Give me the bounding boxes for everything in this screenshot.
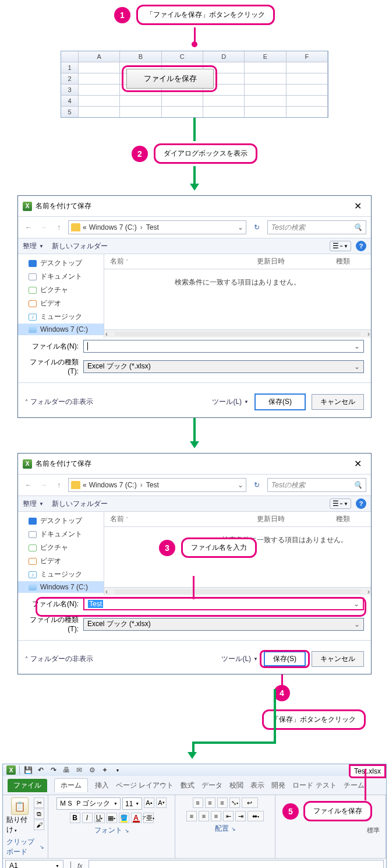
font-size-selector[interactable]: 11▼: [122, 797, 142, 810]
paste-icon[interactable]: 📋: [11, 797, 29, 815]
nav-up-icon[interactable]: ↑: [53, 222, 65, 233]
name-box[interactable]: A1▼: [5, 860, 63, 868]
help-icon[interactable]: ?: [356, 498, 366, 509]
tool-icon[interactable]: ⚙: [87, 765, 97, 775]
brush-icon[interactable]: 🖌: [34, 820, 44, 830]
view-mode-button[interactable]: ☰▪▪ ▼: [330, 241, 351, 251]
formula-bar[interactable]: [89, 860, 384, 868]
tree-music[interactable]: ♪ミュージック: [18, 568, 104, 581]
save-button[interactable]: 保存(S): [254, 393, 306, 410]
tab-home[interactable]: ホーム: [54, 778, 88, 792]
tab-dev[interactable]: 開発: [271, 781, 285, 790]
dec-font-icon[interactable]: A▾: [156, 797, 167, 808]
save-icon[interactable]: 💾: [23, 765, 33, 775]
fill-color-icon[interactable]: 🪣: [119, 813, 129, 823]
hide-folders-link[interactable]: ˄ フォルダーの非表示: [25, 397, 93, 407]
align-right-icon[interactable]: ≡: [211, 811, 221, 821]
align-bot-icon[interactable]: ≡: [217, 797, 228, 808]
align-mid-icon[interactable]: ≡: [205, 797, 215, 808]
cancel-button[interactable]: キャンセル: [312, 394, 364, 410]
col-type[interactable]: 種類: [330, 512, 371, 526]
orientation-icon[interactable]: ⤡▾: [229, 797, 240, 808]
dropdown-icon[interactable]: ▼: [113, 765, 122, 775]
indent-inc-icon[interactable]: ⇥: [235, 811, 246, 821]
refresh-icon[interactable]: ↻: [250, 478, 264, 492]
tree-music[interactable]: ♪ミュージック: [18, 310, 104, 324]
refresh-icon[interactable]: ↻: [250, 220, 264, 234]
tree-desktop[interactable]: デスクトップ: [18, 514, 104, 528]
tab-review[interactable]: 校閲: [229, 781, 243, 790]
filetype-combo[interactable]: Excel ブック (*.xlsx)⌄: [83, 360, 364, 373]
new-folder-button[interactable]: 新しいフォルダー: [52, 499, 108, 509]
font-color-icon[interactable]: A: [131, 813, 142, 823]
help-icon[interactable]: ?: [356, 241, 366, 251]
bold-icon[interactable]: B: [70, 813, 80, 823]
col-type[interactable]: 種類: [330, 254, 371, 269]
underline-icon[interactable]: U▾: [94, 813, 105, 823]
align-left-icon[interactable]: ≡: [186, 811, 197, 821]
indent-dec-icon[interactable]: ⇤: [223, 811, 234, 821]
undo-icon[interactable]: ↶: [36, 765, 45, 775]
nav-fwd-icon[interactable]: →: [38, 222, 49, 233]
folder-tree[interactable]: デスクトップ ドキュメント ピクチャ ビデオ ♪ミュージック Windows 7…: [18, 512, 104, 595]
font-selector[interactable]: ＭＳ Ｐゴシック▼: [56, 797, 121, 810]
cut-icon[interactable]: ✂: [34, 797, 44, 808]
breadcrumb[interactable]: « Windows 7 (C:) › Test ⌄: [68, 478, 246, 492]
tab-pagelayout[interactable]: ページ レイアウト: [116, 781, 174, 790]
organize-menu[interactable]: 整理 ▼: [23, 499, 44, 509]
tree-pictures[interactable]: ピクチャ: [18, 283, 104, 297]
search-input[interactable]: Testの検索 🔍: [267, 220, 366, 234]
col-date[interactable]: 更新日時: [251, 254, 330, 269]
tree-videos[interactable]: ビデオ: [18, 554, 104, 568]
wrap-icon[interactable]: ↩: [242, 797, 258, 808]
align-center-icon[interactable]: ≡: [199, 811, 209, 821]
chevron-down-icon[interactable]: ⌄: [238, 481, 243, 489]
merge-icon[interactable]: ⬌▾: [247, 811, 264, 821]
col-date[interactable]: 更新日時: [251, 512, 330, 526]
redo-icon[interactable]: ↷: [49, 765, 58, 775]
tab-insert[interactable]: 挿入: [95, 781, 109, 790]
tab-data[interactable]: データ: [201, 781, 222, 790]
scrollbar[interactable]: ‹›: [104, 587, 371, 595]
tools-menu[interactable]: ツール(L) ▼: [221, 654, 258, 664]
nav-back-icon[interactable]: ←: [23, 222, 34, 233]
tree-desktop[interactable]: デスクトップ: [18, 256, 104, 270]
cancel-button[interactable]: キャンセル: [312, 651, 364, 667]
paste-label[interactable]: 貼り付け ▾: [6, 815, 33, 835]
fx-icon[interactable]: fx: [74, 862, 86, 868]
tree-drive-c[interactable]: Windows 7 (C:): [18, 581, 104, 593]
filename-input[interactable]: ⌄: [83, 340, 364, 353]
tab-team[interactable]: チーム: [344, 781, 365, 790]
view-mode-button[interactable]: ☰▪▪ ▼: [330, 498, 351, 509]
mail-icon[interactable]: ✉: [75, 765, 84, 775]
tree-drive-c[interactable]: Windows 7 (C:): [18, 324, 104, 335]
tree-documents[interactable]: ドキュメント: [18, 270, 104, 283]
nav-fwd-icon[interactable]: →: [38, 479, 49, 491]
new-folder-button[interactable]: 新しいフォルダー: [52, 241, 108, 251]
print-icon[interactable]: 🖶: [62, 765, 71, 775]
breadcrumb[interactable]: « Windows 7 (C:) › Test ⌄: [68, 220, 246, 234]
tree-pictures[interactable]: ピクチャ: [18, 541, 104, 554]
tree-documents[interactable]: ドキュメント: [18, 528, 104, 541]
col-name[interactable]: 名前 ˄: [104, 512, 251, 526]
tab-formula[interactable]: 数式: [181, 781, 194, 790]
tab-loadtest[interactable]: ロード テスト: [292, 781, 336, 790]
hide-folders-link[interactable]: ˄ フォルダーの非表示: [25, 654, 93, 664]
chevron-down-icon[interactable]: ⌄: [238, 223, 243, 231]
scrollbar[interactable]: ‹›: [104, 329, 371, 338]
tab-view[interactable]: 表示: [250, 781, 264, 790]
align-top-icon[interactable]: ≡: [193, 797, 203, 808]
border-icon[interactable]: ▦▾: [107, 813, 117, 823]
filetype-combo[interactable]: Excel ブック (*.xlsx)⌄: [83, 618, 364, 631]
folder-tree[interactable]: デスクトップ ドキュメント ピクチャ ビデオ ♪ミュージック Windows 7…: [18, 254, 104, 338]
italic-icon[interactable]: I: [82, 813, 93, 823]
col-name[interactable]: 名前 ˄: [104, 254, 251, 269]
wizard-icon[interactable]: ✦: [100, 765, 109, 775]
close-icon[interactable]: ✕: [349, 199, 366, 213]
organize-menu[interactable]: 整理 ▼: [23, 241, 44, 251]
search-input[interactable]: Testの検索 🔍: [267, 478, 366, 492]
copy-icon[interactable]: ⧉: [34, 809, 44, 819]
tools-menu[interactable]: ツール(L) ▼: [212, 397, 249, 407]
style-normal-label[interactable]: 標準: [279, 826, 382, 835]
close-icon[interactable]: ✕: [349, 457, 366, 470]
